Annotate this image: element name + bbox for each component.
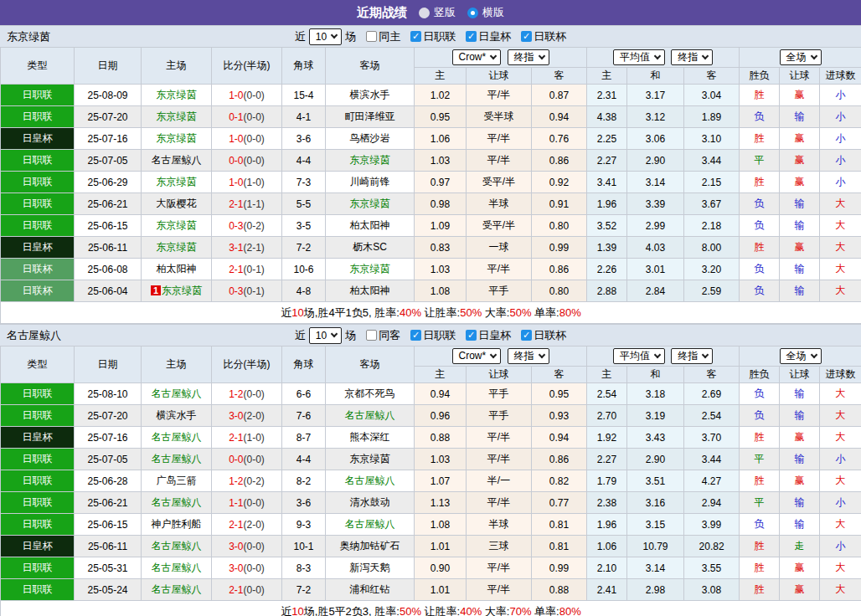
summary-text: 50% bbox=[400, 605, 421, 616]
league-emperor-option[interactable]: ✓日皇杯 bbox=[459, 29, 511, 44]
title-bar: 近期战绩 竖版 横版 bbox=[0, 0, 861, 25]
average-odds-select[interactable]: 平均值 bbox=[613, 49, 665, 65]
checkbox-checked-icon[interactable]: ✓ bbox=[466, 31, 477, 42]
away-team-cell: 熊本深红 bbox=[326, 427, 415, 449]
summary-text: 让胜率: bbox=[421, 306, 460, 319]
summary-text: 70% bbox=[509, 605, 531, 616]
filter-controls: 近 10 场 同客 ✓日职联 ✓日皇杯 ✓日联杯 bbox=[295, 327, 566, 344]
same-venue-option[interactable]: 同主 bbox=[359, 29, 400, 44]
crow-away-odds-cell: 0.88 bbox=[532, 579, 587, 601]
final-odds-select[interactable]: 终指 bbox=[671, 49, 713, 65]
away-team-cell: 川崎前锋 bbox=[326, 172, 415, 193]
match-row: 日皇杯25-07-16名古屋鲸八2-1(1-0)8-7熊本深红0.88平/半0.… bbox=[1, 427, 861, 449]
home-team-cell: 东京绿茵 bbox=[142, 172, 212, 193]
home-team-cell: 名古屋鲸八 bbox=[142, 427, 212, 449]
summary-text: 10 bbox=[291, 306, 303, 319]
crow-home-odds-cell: 1.02 bbox=[415, 85, 467, 106]
same-venue-option[interactable]: 同客 bbox=[359, 328, 400, 343]
summary-text: 让胜率: bbox=[421, 605, 460, 616]
score-cell: 0-0(0-0) bbox=[212, 449, 282, 470]
league-type-cell: 日皇杯 bbox=[1, 237, 75, 259]
chevron-down-icon bbox=[810, 352, 817, 358]
summary-text: 场,胜5平2负3, 胜率: bbox=[304, 605, 400, 616]
home-team-cell: 名古屋鲸八 bbox=[142, 492, 212, 514]
summary-text: 50% bbox=[509, 306, 531, 319]
goals-result-cell: 小 bbox=[820, 536, 861, 557]
checkbox-unchecked-icon[interactable] bbox=[366, 330, 377, 341]
avg-away-odds-cell: 3.99 bbox=[684, 514, 740, 536]
checkbox-checked-icon[interactable]: ✓ bbox=[521, 31, 532, 42]
checkbox-checked-icon[interactable]: ✓ bbox=[466, 330, 477, 341]
league-cup-option[interactable]: ✓日联杯 bbox=[514, 328, 566, 343]
chevron-down-icon bbox=[654, 53, 661, 59]
handicap-result-cell: 赢 bbox=[780, 85, 820, 106]
corner-cell: 10-1 bbox=[282, 536, 326, 557]
away-team-cell: 东京绿茵 bbox=[326, 150, 415, 172]
goals-result-cell: 小 bbox=[820, 449, 861, 470]
checkbox-unchecked-icon[interactable] bbox=[366, 31, 377, 42]
match-date-cell: 25-06-21 bbox=[75, 193, 142, 215]
bookmaker-select[interactable]: Crow* bbox=[452, 49, 502, 65]
match-date-cell: 25-05-24 bbox=[75, 579, 142, 601]
layout-horizontal-option[interactable]: 横版 bbox=[467, 5, 504, 20]
col-goals: 进球数 bbox=[820, 367, 861, 383]
handicap-result-cell: 赢 bbox=[780, 427, 820, 449]
away-team-cell: 浦和红钻 bbox=[326, 579, 415, 601]
team-name: 名古屋鲸八 bbox=[7, 328, 61, 343]
crow-away-odds-cell: 0.86 bbox=[532, 259, 587, 280]
league-cup-option[interactable]: ✓日联杯 bbox=[514, 29, 566, 44]
final-odds-select[interactable]: 终指 bbox=[508, 348, 549, 364]
score-cell: 1-0(0-0) bbox=[212, 128, 282, 150]
recent-count-select[interactable]: 10 bbox=[309, 327, 342, 344]
radio-selected-icon[interactable] bbox=[467, 8, 478, 18]
recent-count-select[interactable]: 10 bbox=[309, 28, 342, 45]
league-j1-option[interactable]: ✓日职联 bbox=[404, 29, 456, 44]
avg-home-odds-cell: 2.27 bbox=[587, 150, 627, 172]
handicap-result-cell: 赢 bbox=[780, 128, 820, 150]
corner-cell: 10-6 bbox=[282, 259, 326, 280]
bookmaker-select[interactable]: Crow* bbox=[452, 348, 502, 364]
corner-cell: 7-6 bbox=[282, 405, 326, 427]
crow-away-odds-cell: 0.87 bbox=[532, 85, 587, 106]
crow-away-odds-cell: 0.94 bbox=[532, 106, 587, 128]
page-title: 近期战绩 bbox=[357, 5, 407, 21]
score-cell: 1-0(0-0) bbox=[212, 85, 282, 106]
final-odds-select[interactable]: 终指 bbox=[508, 49, 549, 65]
corner-cell: 3-6 bbox=[282, 492, 326, 514]
summary-text: 大率: bbox=[482, 605, 509, 616]
layout-vertical-option[interactable]: 竖版 bbox=[419, 5, 456, 20]
match-date-cell: 25-08-09 bbox=[75, 85, 142, 106]
avg-away-odds-cell: 4.27 bbox=[684, 470, 740, 492]
filter-controls: 近 10 场 同主 ✓日职联 ✓日皇杯 ✓日联杯 bbox=[295, 28, 566, 45]
winloss-result-cell: 负 bbox=[740, 193, 780, 215]
full-match-select[interactable]: 全场 bbox=[780, 49, 822, 65]
league-j1-option[interactable]: ✓日职联 bbox=[404, 328, 456, 343]
crow-home-odds-cell: 1.08 bbox=[415, 514, 467, 536]
away-team-cell: 枥木SC bbox=[326, 237, 415, 259]
avg-home-odds-cell: 2.10 bbox=[587, 557, 627, 579]
league-emperor-option[interactable]: ✓日皇杯 bbox=[459, 328, 511, 343]
score-cell: 3-1(2-1) bbox=[212, 237, 282, 259]
crow-home-odds-cell: 1.07 bbox=[415, 470, 467, 492]
match-date-cell: 25-07-16 bbox=[75, 128, 142, 150]
checkbox-checked-icon[interactable]: ✓ bbox=[410, 31, 421, 42]
winloss-result-cell: 负 bbox=[740, 215, 780, 237]
checkbox-checked-icon[interactable]: ✓ bbox=[410, 330, 421, 341]
crow-handicap-cell: 平手 bbox=[467, 383, 532, 405]
home-team-cell: 大阪樱花 bbox=[142, 193, 212, 215]
final-odds-select[interactable]: 终指 bbox=[671, 348, 713, 364]
match-row: 日联杯25-06-041东京绿茵0-3(0-1)4-8柏太阳神1.08平手0.8… bbox=[1, 280, 861, 302]
handicap-result-cell: 输 bbox=[780, 215, 820, 237]
winloss-result-cell: 胜 bbox=[740, 237, 780, 259]
full-match-select[interactable]: 全场 bbox=[780, 348, 822, 364]
summary-text: 近 bbox=[281, 605, 291, 616]
checkbox-checked-icon[interactable]: ✓ bbox=[521, 330, 532, 341]
away-team-cell: 柏太阳神 bbox=[326, 215, 415, 237]
goals-result-cell: 小 bbox=[820, 150, 861, 172]
radio-unselected-icon[interactable] bbox=[419, 8, 430, 18]
corner-cell: 6-6 bbox=[282, 383, 326, 405]
match-row: 日职联25-07-05名古屋鲸八0-0(0-0)4-4东京绿茵1.03平/半0.… bbox=[1, 150, 861, 172]
average-odds-select[interactable]: 平均值 bbox=[613, 348, 665, 364]
avg-draw-odds-cell: 3.18 bbox=[627, 383, 684, 405]
winloss-result-cell: 胜 bbox=[740, 579, 780, 601]
